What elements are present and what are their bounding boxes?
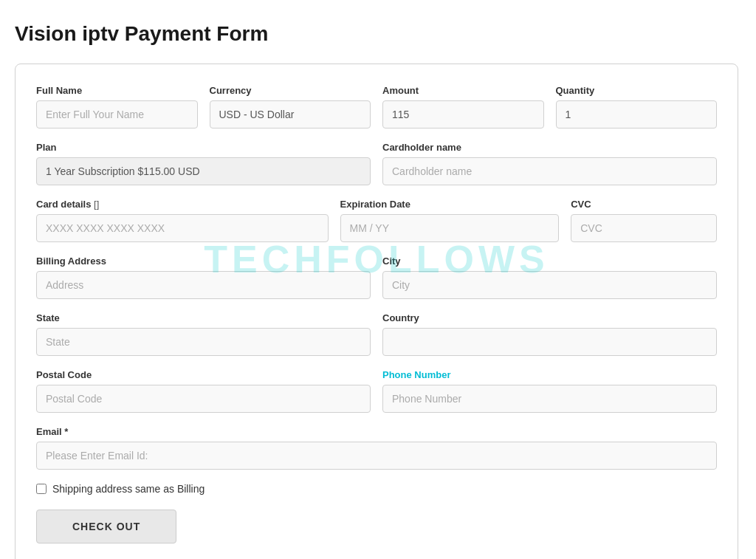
full-name-input[interactable] [36,100,198,128]
state-label: State [36,312,371,323]
phone-number-label: Phone Number [382,369,717,380]
currency-group: Currency [210,85,371,128]
quantity-label: Quantity [556,85,718,96]
cardholder-name-group: Cardholder name [382,142,717,185]
card-details-group: Card details [] [36,199,329,242]
billing-address-input[interactable] [36,271,371,299]
postal-code-group: Postal Code [36,369,371,413]
checkout-button[interactable]: CHECK OUT [36,510,176,543]
email-label: Email * [36,426,717,437]
postal-code-input[interactable] [36,385,371,413]
city-input[interactable] [382,271,717,299]
full-name-label: Full Name [36,85,198,96]
city-label: City [382,256,717,267]
checkout-section: Shipping address same as Billing CHECK O… [36,483,717,543]
phone-number-input[interactable] [382,385,717,413]
cvc-input[interactable] [571,214,717,242]
expiration-date-input[interactable] [340,214,560,242]
billing-address-group: Billing Address [36,256,371,299]
cvc-group: CVC [571,199,717,242]
quantity-group: Quantity [556,85,718,128]
plan-display: 1 Year Subscription $115.00 USD [36,157,371,185]
form-inner: Full Name Currency Amount Quantity Plan … [36,85,717,543]
amount-group: Amount [382,85,544,128]
city-group: City [382,256,717,299]
expiration-date-label: Expiration Date [340,199,560,210]
state-input[interactable] [36,328,371,356]
currency-input[interactable] [210,100,371,128]
row-7: Email * [36,426,717,470]
row-5: State Country [36,312,717,356]
shipping-same-checkbox[interactable] [36,484,47,494]
card-details-note: [] [94,199,99,210]
row-6: Postal Code Phone Number [36,369,717,413]
cardholder-name-label: Cardholder name [382,142,717,153]
row-1: Full Name Currency Amount Quantity [36,85,717,128]
postal-code-label: Postal Code [36,369,371,380]
phone-number-group: Phone Number [382,369,717,413]
currency-label: Currency [210,85,371,96]
cvc-label: CVC [571,199,717,210]
full-name-group: Full Name [36,85,198,128]
card-details-label: Card details [] [36,199,329,210]
country-label: Country [382,312,717,323]
card-details-input[interactable] [36,214,329,242]
row-2: Plan 1 Year Subscription $115.00 USD Car… [36,142,717,185]
shipping-same-label: Shipping address same as Billing [52,483,205,495]
quantity-input[interactable] [556,100,718,128]
page-title: Vision iptv Payment Form [15,22,741,46]
country-input[interactable] [382,328,717,356]
cardholder-name-input[interactable] [382,157,717,185]
row-4: Billing Address City [36,256,717,299]
state-group: State [36,312,371,356]
payment-form-container: Full Name Currency Amount Quantity Plan … [15,64,738,559]
country-group: Country [382,312,717,356]
plan-label: Plan [36,142,371,153]
row-3: Card details [] Expiration Date CVC [36,199,717,242]
shipping-same-row: Shipping address same as Billing [36,483,205,495]
plan-group: Plan 1 Year Subscription $115.00 USD [36,142,371,185]
expiration-date-group: Expiration Date [340,199,560,242]
email-input[interactable] [36,442,717,470]
amount-input[interactable] [382,100,544,128]
amount-label: Amount [382,85,544,96]
email-group: Email * [36,426,717,470]
billing-address-label: Billing Address [36,256,371,267]
